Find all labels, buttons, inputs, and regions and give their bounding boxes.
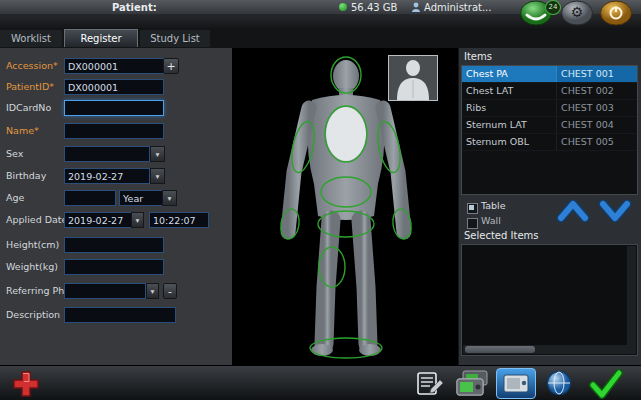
weight-input[interactable] [64,259,164,275]
form-row-patient-id: PatientID* [0,79,232,96]
item-name: Sternum LAT [462,117,556,133]
form-row-referring-phy: Referring Phy ▼ - [0,283,232,300]
form-row-idcard: IDCardNo [0,100,232,117]
height-input[interactable] [64,237,164,253]
selected-items-title: Selected Items [464,230,539,241]
move-down-button[interactable] [597,198,633,224]
item-row[interactable]: Sternum LAT CHEST 004 [462,117,637,134]
age-unit-input[interactable] [119,190,163,206]
form-row-height: Height(cm) [0,237,232,254]
body-region-chest-selected[interactable] [326,107,366,161]
scrollbar-thumb[interactable] [465,346,535,353]
item-name: Ribs [462,100,556,116]
call-count-badge: 24 [545,0,561,15]
memo-edit-button[interactable] [416,371,444,397]
accession-input[interactable] [64,58,164,74]
table-checkbox[interactable] [467,203,478,214]
table-label: Table [481,200,506,211]
birthday-input[interactable] [64,168,150,184]
detector-select-button[interactable] [496,368,536,399]
logged-in-user: Administrat... [424,1,491,14]
detector-icon [497,369,535,398]
accession-label: Accession* [6,58,58,74]
item-row[interactable]: Sternum OBL CHEST 005 [462,134,637,151]
move-up-button[interactable] [555,198,591,224]
applied-date-input[interactable] [64,212,132,228]
referring-phy-input[interactable] [64,283,146,299]
patient-label: Patient: [112,1,157,14]
sex-dropdown-button[interactable]: ▼ [150,146,165,162]
acquisition-console-window: Patient: 56.43 GB Administrat... Status:… [0,0,641,400]
selected-items-list [461,244,638,356]
storage-status-icon [339,3,347,11]
power-button[interactable] [599,0,633,26]
item-code: CHEST 003 [556,100,637,116]
referring-phy-dropdown-button[interactable]: ▼ [146,283,159,299]
add-accession-button[interactable]: + [163,58,179,74]
item-code: CHEST 001 [556,66,637,82]
vertical-scrollbar[interactable] [627,246,636,354]
form-row-name: Name* [0,123,232,140]
form-row-weight: Weight(kg) [0,259,232,276]
horizontal-scrollbar[interactable] [463,345,627,354]
confirm-button[interactable] [588,368,624,399]
emergency-patient-button[interactable] [12,370,40,398]
patient-id-input[interactable] [64,79,164,95]
name-input[interactable] [64,123,164,139]
description-input[interactable] [64,307,176,323]
form-row-birthday: Birthday ▼ [0,168,232,185]
birthday-label: Birthday [6,168,46,184]
gear-icon: ⚙ [560,0,594,26]
tab-worklist[interactable]: Worklist [0,30,62,47]
wall-checkbox[interactable] [467,218,478,229]
wall-label: Wall [481,215,501,226]
birthday-dropdown-button[interactable]: ▼ [150,168,165,184]
bottom-toolbar [0,365,641,400]
form-row-description: Description [0,307,232,324]
applied-date-dropdown-button[interactable]: ▼ [131,212,144,228]
patient-id-label: PatientID* [6,79,54,95]
item-name: Chest PA [462,66,556,82]
item-code: CHEST 002 [556,83,637,99]
tab-bar: Worklist Register Study List [0,28,641,49]
user-icon [411,2,421,12]
age-label: Age [6,190,24,206]
referring-phy-label: Referring Phy [6,283,70,299]
tab-register[interactable]: Register [64,29,138,47]
description-label: Description [6,307,60,323]
items-list: Chest PA CHEST 001 Chest LAT CHEST 002 R… [461,65,638,195]
item-code: CHEST 004 [556,117,637,133]
form-row-accession: Accession* + [0,58,232,75]
height-label: Height(cm) [6,237,59,253]
idcard-input[interactable] [64,100,164,116]
form-row-age: Age ▼ [0,190,232,207]
item-name: Chest LAT [462,83,556,99]
form-row-applied-date: Applied Date ▼ [0,212,232,229]
body-diagram-view [232,48,458,365]
name-label: Name* [6,123,39,139]
item-code: CHEST 005 [556,134,637,150]
applied-date-label: Applied Date [6,212,67,228]
sex-label: Sex [6,146,23,162]
remove-referring-phy-button[interactable]: - [163,283,177,299]
top-status-bar: Patient: 56.43 GB Administrat... Status:… [0,0,641,28]
procedure-panel: Items Chest PA CHEST 001 Chest LAT CHEST… [458,48,641,365]
items-title: Items [464,51,492,62]
tab-study-list[interactable]: Study List [140,30,210,47]
form-row-sex: Sex ▼ [0,146,232,163]
sex-input[interactable] [64,146,150,162]
applied-time-input[interactable] [149,212,209,228]
power-icon [599,0,633,26]
item-row[interactable]: Ribs CHEST 003 [462,100,637,117]
patient-form-panel: Accession* + PatientID* IDCardNo Name* S… [0,48,233,365]
item-row[interactable]: Chest PA CHEST 001 [462,66,637,83]
position-thumbnail-image [389,56,437,100]
network-globe-button[interactable] [545,369,573,397]
settings-button[interactable]: ⚙ [560,0,594,26]
age-unit-dropdown-button[interactable]: ▼ [162,190,177,206]
idcard-label: IDCardNo [6,100,51,116]
cassette-stack-button[interactable] [455,370,489,397]
age-input[interactable] [64,190,116,206]
position-thumbnail[interactable] [388,55,438,101]
item-row[interactable]: Chest LAT CHEST 002 [462,83,637,100]
